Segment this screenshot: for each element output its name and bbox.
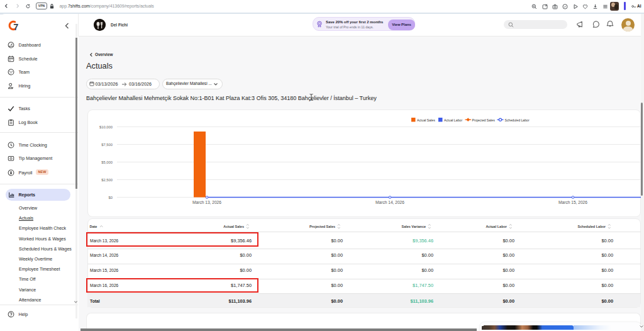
svg-text:Projected Sales: Projected Sales xyxy=(472,118,496,122)
svg-text:$0.00: $0.00 xyxy=(602,238,614,244)
svg-text:March 14, 2026: March 14, 2026 xyxy=(90,253,119,257)
svg-text:Date: Date xyxy=(90,225,97,228)
svg-text:$0.00: $0.00 xyxy=(503,238,515,244)
svg-text:$9,356.46: $9,356.46 xyxy=(413,238,433,244)
svg-text:Actual Labor: Actual Labor xyxy=(444,118,462,122)
svg-text:$0: $0 xyxy=(109,196,113,199)
svg-text:$11,103.96: $11,103.96 xyxy=(410,298,433,304)
svg-text:$0.00: $0.00 xyxy=(503,283,515,288)
svg-text:$0.00: $0.00 xyxy=(602,252,614,258)
svg-text:$0.00: $0.00 xyxy=(331,283,343,288)
svg-text:Scheduled Labor: Scheduled Labor xyxy=(505,118,530,122)
svg-text:Actual Sales: Actual Sales xyxy=(223,225,244,228)
svg-text:$0.00: $0.00 xyxy=(331,238,343,244)
svg-text:$0.00: $0.00 xyxy=(331,298,343,304)
svg-text:$11,103.96: $11,103.96 xyxy=(228,298,252,304)
svg-text:$0.00: $0.00 xyxy=(602,283,614,288)
svg-text:$7,500: $7,500 xyxy=(101,143,113,147)
svg-text:$0.00: $0.00 xyxy=(503,252,515,258)
svg-text:$2,500: $2,500 xyxy=(101,178,113,182)
svg-text:$0.00: $0.00 xyxy=(240,267,252,273)
svg-text:March 15, 2026: March 15, 2026 xyxy=(90,268,119,272)
svg-text:$0.00: $0.00 xyxy=(240,252,252,258)
svg-text:$0.00: $0.00 xyxy=(602,298,614,304)
svg-text:$0.00: $0.00 xyxy=(422,267,434,273)
svg-text:March 15, 2026: March 15, 2026 xyxy=(558,200,587,205)
svg-text:Scheduled Labor: Scheduled Labor xyxy=(577,225,606,228)
svg-text:$10,000: $10,000 xyxy=(99,125,113,129)
svg-text:Total: Total xyxy=(90,299,100,303)
svg-text:$0.00: $0.00 xyxy=(503,298,515,304)
svg-text:$0.00: $0.00 xyxy=(422,252,434,258)
svg-text:$0.00: $0.00 xyxy=(503,267,515,273)
svg-text:$5,000: $5,000 xyxy=(101,160,113,164)
svg-text:Actual Labor: Actual Labor xyxy=(486,225,507,228)
svg-text:March 13, 2026: March 13, 2026 xyxy=(192,200,221,205)
svg-text:March 14, 2026: March 14, 2026 xyxy=(375,200,404,205)
svg-text:7: 7 xyxy=(13,22,18,32)
svg-text:$0.00: $0.00 xyxy=(602,267,614,273)
svg-text:Sales Variance: Sales Variance xyxy=(401,225,426,228)
svg-text:Projected Sales: Projected Sales xyxy=(309,225,335,228)
svg-text:$1,747.50: $1,747.50 xyxy=(413,283,433,288)
svg-text:$0.00: $0.00 xyxy=(331,267,343,273)
svg-text:Actual Sales: Actual Sales xyxy=(417,118,435,122)
svg-text:$0.00: $0.00 xyxy=(331,252,343,258)
